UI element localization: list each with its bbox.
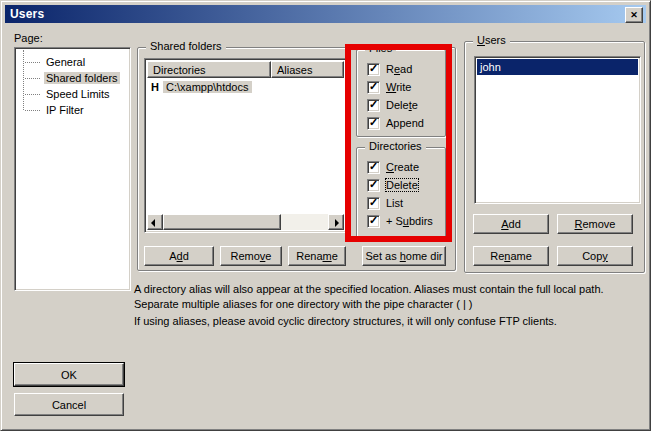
checkmark-icon: ✓ xyxy=(369,179,378,190)
checkbox-box: ✓ xyxy=(367,99,380,112)
tree-item-label: General xyxy=(44,56,87,68)
folder-remove-button[interactable]: Remove xyxy=(220,246,282,266)
close-button[interactable]: ✕ xyxy=(625,7,643,23)
checkmark-icon: ✓ xyxy=(369,197,378,208)
checkbox-read[interactable]: ✓ Read xyxy=(367,62,412,76)
alias-note: A directory alias will also appear at th… xyxy=(134,282,642,312)
window-title: Users xyxy=(10,7,44,21)
directory-row[interactable]: HC:\xampp\htdocs xyxy=(148,80,343,95)
users-dialog: Users ✕ Page: General Shared folders Spe… xyxy=(0,0,651,431)
directories-listview: Directories Aliases HC:\xampp\htdocs xyxy=(144,58,347,233)
scroll-right-button[interactable] xyxy=(328,214,344,230)
left-arrow-icon xyxy=(151,219,155,227)
sidebar-item-general[interactable]: General xyxy=(17,54,128,70)
scroll-left-button[interactable] xyxy=(147,214,163,230)
column-header-aliases[interactable]: Aliases xyxy=(271,61,344,78)
user-add-button[interactable]: Add xyxy=(473,214,549,234)
checkbox-box: ✓ xyxy=(367,63,380,76)
directories-group: Directories ✓ Create ✓ Delete ✓ List ✓ +… xyxy=(356,147,446,239)
checkbox-write[interactable]: ✓ Write xyxy=(367,80,411,94)
checkbox-box: ✓ xyxy=(367,117,380,130)
directory-path: C:\xampp\htdocs xyxy=(163,81,252,93)
sidebar-item-speed-limits[interactable]: Speed Limits xyxy=(17,86,128,102)
checkbox-box: ✓ xyxy=(367,179,380,192)
user-copy-button[interactable]: Copy xyxy=(557,246,633,266)
checkmark-icon: ✓ xyxy=(369,63,378,74)
tree-item-label: Speed Limits xyxy=(44,88,112,100)
checkbox-box: ✓ xyxy=(367,215,380,228)
users-group-label: Users xyxy=(473,34,510,47)
scrollbar-thumb[interactable] xyxy=(163,214,281,230)
tree-item-label: IP Filter xyxy=(44,104,86,116)
files-group-label: Files xyxy=(365,42,396,55)
sidebar-item-ip-filter[interactable]: IP Filter xyxy=(17,102,128,118)
cancel-button[interactable]: Cancel xyxy=(14,393,124,416)
cyclic-note: If using aliases, please avoid cyclic di… xyxy=(134,314,642,329)
checkbox-append[interactable]: ✓ Append xyxy=(367,116,424,130)
tree-item-label: Shared folders xyxy=(44,72,120,84)
horizontal-scrollbar[interactable] xyxy=(147,214,344,230)
folder-rename-button[interactable]: Rename xyxy=(288,246,346,266)
checkmark-icon: ✓ xyxy=(369,215,378,226)
column-header-directories[interactable]: Directories xyxy=(147,61,271,78)
directories-group-label: Directories xyxy=(365,140,426,153)
user-list-item[interactable]: john xyxy=(477,59,638,75)
page-tree: General Shared folders Speed Limits IP F… xyxy=(14,47,131,291)
set-as-home-dir-button[interactable]: Set as home dir xyxy=(362,246,446,266)
checkmark-icon: ✓ xyxy=(369,81,378,92)
user-rename-button[interactable]: Rename xyxy=(473,246,549,266)
close-icon: ✕ xyxy=(630,11,638,20)
page-label: Page: xyxy=(14,32,43,44)
title-bar[interactable]: Users ✕ xyxy=(5,5,646,23)
ok-button[interactable]: OK xyxy=(14,363,124,386)
home-flag: H xyxy=(148,81,159,93)
sidebar-item-shared-folders[interactable]: Shared folders xyxy=(17,70,128,86)
checkbox-box: ✓ xyxy=(367,81,380,94)
folder-add-button[interactable]: Add xyxy=(144,246,214,266)
users-list: john xyxy=(474,56,641,204)
checkmark-icon: ✓ xyxy=(369,117,378,128)
checkbox-create[interactable]: ✓ Create xyxy=(367,160,419,174)
files-group: Files ✓ Read ✓ Write ✓ Delete ✓ Append xyxy=(356,49,446,137)
checkmark-icon: ✓ xyxy=(369,99,378,110)
user-remove-button[interactable]: Remove xyxy=(557,214,633,234)
right-arrow-icon xyxy=(335,219,339,227)
checkbox-delete-dirs[interactable]: ✓ Delete xyxy=(367,178,418,192)
checkbox-list[interactable]: ✓ List xyxy=(367,196,403,210)
checkbox-box: ✓ xyxy=(367,197,380,210)
listview-header: Directories Aliases xyxy=(147,61,344,78)
shared-folders-group-label: Shared folders xyxy=(146,40,226,53)
checkmark-icon: ✓ xyxy=(369,161,378,172)
checkbox-delete-files[interactable]: ✓ Delete xyxy=(367,98,418,112)
checkbox-subdirs[interactable]: ✓ + Subdirs xyxy=(367,214,433,228)
checkbox-box: ✓ xyxy=(367,161,380,174)
